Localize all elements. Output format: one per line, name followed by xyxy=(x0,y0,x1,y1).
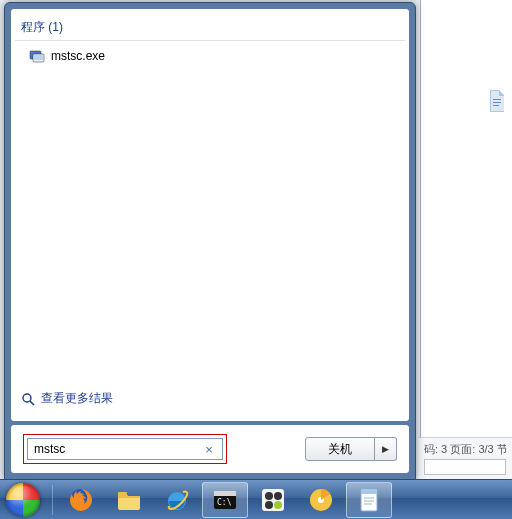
search-icon xyxy=(21,392,35,406)
see-more-results-link[interactable]: 查看更多结果 xyxy=(11,382,409,415)
search-box-highlight: × xyxy=(23,434,227,464)
start-button[interactable] xyxy=(2,482,44,518)
svg-rect-6 xyxy=(118,492,127,496)
status-text: 码: 3 页面: 3/3 节 xyxy=(424,442,506,457)
taskbar: C:\ xyxy=(0,479,512,519)
svg-rect-19 xyxy=(361,489,377,494)
taskbar-misc-app[interactable] xyxy=(250,482,296,518)
svg-rect-2 xyxy=(34,55,43,60)
results-category-header: 程序 (1) xyxy=(11,15,409,38)
disc-icon xyxy=(307,486,335,514)
taskbar-ie[interactable] xyxy=(154,482,200,518)
search-input[interactable] xyxy=(27,438,223,460)
ie-icon xyxy=(163,486,191,514)
result-item-mstsc[interactable]: mstsc.exe xyxy=(11,45,409,67)
taskbar-notepad[interactable] xyxy=(346,482,392,518)
firefox-icon xyxy=(67,486,95,514)
search-results-pane: 程序 (1) mstsc.exe 查看更多结果 xyxy=(11,9,409,421)
taskbar-separator xyxy=(52,485,53,515)
svg-line-4 xyxy=(30,401,34,405)
svg-point-14 xyxy=(265,501,273,509)
shutdown-label: 关机 xyxy=(328,441,352,458)
puzzle-icon xyxy=(259,486,287,514)
notepad-icon xyxy=(355,486,383,514)
windows-logo-icon xyxy=(6,483,40,517)
chevron-right-icon: ▶ xyxy=(382,444,389,454)
taskbar-firefox[interactable] xyxy=(58,482,104,518)
start-menu: 程序 (1) mstsc.exe 查看更多结果 × 关机 ▶ xyxy=(4,2,416,480)
svg-point-3 xyxy=(23,394,31,402)
status-box xyxy=(424,459,506,475)
document-icon xyxy=(488,90,506,112)
svg-point-13 xyxy=(274,492,282,500)
start-menu-bottom-row: × 关机 ▶ xyxy=(11,425,409,473)
shutdown-split-button: 关机 ▶ xyxy=(305,437,397,461)
clear-search-icon[interactable]: × xyxy=(202,442,216,456)
see-more-results-label: 查看更多结果 xyxy=(41,390,113,407)
divider xyxy=(15,40,405,41)
shutdown-button[interactable]: 关机 xyxy=(305,437,375,461)
folder-icon xyxy=(115,486,143,514)
taskbar-disc-app[interactable] xyxy=(298,482,344,518)
background-window xyxy=(420,0,512,479)
terminal-icon: C:\ xyxy=(211,486,239,514)
background-statusbar: 码: 3 页面: 3/3 节 xyxy=(418,437,512,479)
taskbar-explorer[interactable] xyxy=(106,482,152,518)
svg-point-12 xyxy=(265,492,273,500)
shutdown-menu-button[interactable]: ▶ xyxy=(375,437,397,461)
taskbar-cmd[interactable]: C:\ xyxy=(202,482,248,518)
result-item-label: mstsc.exe xyxy=(51,49,105,63)
svg-text:C:\: C:\ xyxy=(217,498,232,507)
svg-point-15 xyxy=(274,501,282,509)
rdc-icon xyxy=(29,48,45,64)
svg-rect-9 xyxy=(214,491,236,496)
